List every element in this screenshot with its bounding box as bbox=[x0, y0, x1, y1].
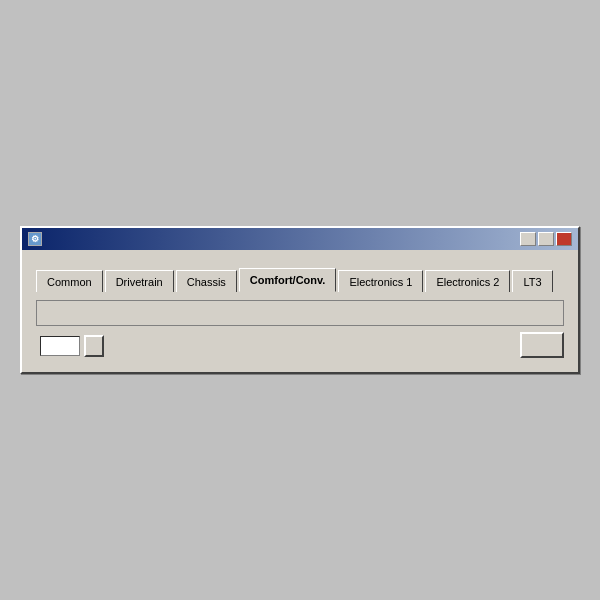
bottom-section bbox=[36, 332, 564, 358]
tab-lt3[interactable]: LT3 bbox=[512, 270, 552, 292]
main-window: ⚙ CommonDrivetrainChassisComfort/Conv.El… bbox=[20, 226, 580, 374]
module-panel bbox=[36, 300, 564, 326]
title-bar-left: ⚙ bbox=[28, 232, 46, 246]
tab-drivetrain[interactable]: Drivetrain bbox=[105, 270, 174, 292]
maximize-button[interactable] bbox=[538, 232, 554, 246]
close-button[interactable] bbox=[556, 232, 572, 246]
tab-electronics-1[interactable]: Electronics 1 bbox=[338, 270, 423, 292]
direct-entry-row bbox=[36, 335, 104, 357]
tab-common[interactable]: Common bbox=[36, 270, 103, 292]
direct-entry-section bbox=[36, 333, 104, 357]
address-input[interactable] bbox=[40, 336, 80, 356]
title-bar-buttons bbox=[520, 232, 572, 246]
title-bar: ⚙ bbox=[22, 228, 578, 250]
title-icon: ⚙ bbox=[28, 232, 42, 246]
tab-comfort-conv-[interactable]: Comfort/Conv. bbox=[239, 268, 337, 292]
go-button[interactable] bbox=[84, 335, 104, 357]
go-back-button[interactable] bbox=[520, 332, 564, 358]
minimize-button[interactable] bbox=[520, 232, 536, 246]
tabs-row: CommonDrivetrainChassisComfort/Conv.Elec… bbox=[36, 268, 564, 292]
tab-chassis[interactable]: Chassis bbox=[176, 270, 237, 292]
content-area: CommonDrivetrainChassisComfort/Conv.Elec… bbox=[22, 250, 578, 372]
tab-electronics-2[interactable]: Electronics 2 bbox=[425, 270, 510, 292]
